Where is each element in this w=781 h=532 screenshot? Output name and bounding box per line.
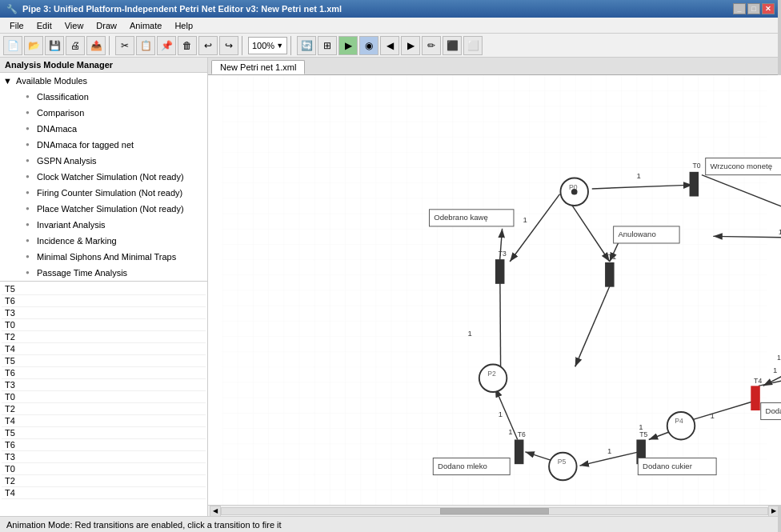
horizontal-scrollbar[interactable]: ◀ ▶	[208, 505, 781, 516]
refresh-button[interactable]: 🔄	[297, 36, 316, 55]
print-button[interactable]: 🖨	[66, 36, 85, 55]
log-item-4: T2	[2, 331, 206, 343]
minimize-button[interactable]: _	[733, 3, 746, 14]
svg-text:Dodano cukier: Dodano cukier	[643, 462, 693, 470]
log-section: T5T6T3T0T2T4T5T6T3T0T2T4T5T6T3T0T2T4	[0, 282, 207, 516]
titlebar: 🔧 Pipe 3: Unified Platform-Independent P…	[0, 0, 781, 18]
svg-text:Odebrano kawę: Odebrano kawę	[434, 213, 488, 222]
svg-rect-57	[495, 259, 505, 284]
tree-item-5[interactable]: ●GSPN Analysis	[0, 153, 207, 169]
draw-arc-button[interactable]: ✏	[422, 36, 441, 55]
zoom-dropdown-icon[interactable]: ▼	[276, 42, 283, 50]
close-button[interactable]: ✕	[762, 3, 775, 14]
export-button[interactable]: 📤	[86, 36, 106, 55]
menu-item-file[interactable]: File	[3, 19, 30, 32]
zoom-control[interactable]: 100% ▼	[248, 37, 287, 54]
tree-item-1[interactable]: ●Classification	[0, 89, 207, 105]
svg-text:T4: T4	[754, 377, 762, 385]
tree-label: Available Modules	[16, 74, 87, 87]
svg-text:T3: T3	[499, 250, 507, 258]
tree-bullet: ●	[26, 266, 37, 278]
menu-item-animate[interactable]: Animate	[123, 19, 168, 32]
tree-item-9[interactable]: ●Invariant Analysis	[0, 217, 207, 233]
copy-button[interactable]: 📋	[136, 36, 155, 55]
log-item-7: T6	[2, 367, 206, 379]
new-button[interactable]: 📄	[3, 36, 22, 55]
log-item-0: T5	[2, 283, 206, 295]
svg-text:1: 1	[636, 171, 640, 180]
svg-rect-53	[605, 262, 615, 287]
svg-text:T1: T1	[608, 253, 616, 261]
svg-point-41	[479, 365, 507, 393]
svg-rect-59	[751, 386, 760, 410]
tab-petri-net[interactable]: New Petri net 1.xml	[211, 60, 305, 74]
erase-button[interactable]: ⬜	[463, 36, 483, 55]
app-icon: 🔧	[6, 4, 18, 14]
cut-button[interactable]: ✂	[115, 36, 134, 55]
statusbar: Animation Mode: Red transitions are enab…	[0, 516, 781, 532]
tree-bullet: ●	[26, 218, 37, 231]
select-button[interactable]: ◉	[359, 36, 378, 55]
svg-text:P0: P0	[569, 183, 578, 191]
svg-text:Wrzucono monetę: Wrzucono monetę	[710, 162, 772, 170]
tree-indent	[13, 250, 26, 263]
tree-item-8[interactable]: ●Place Watcher Simulation (Not ready)	[0, 201, 207, 217]
log-item-10: T2	[2, 403, 206, 415]
menu-item-help[interactable]: Help	[168, 19, 199, 32]
tree-indent	[13, 122, 26, 135]
scroll-thumb[interactable]	[440, 508, 549, 514]
menu-item-edit[interactable]: Edit	[30, 19, 58, 32]
maximize-button[interactable]: □	[747, 3, 760, 14]
svg-text:T0: T0	[692, 162, 700, 170]
tree-item-4[interactable]: ●DNAmaca for tagged net	[0, 137, 207, 153]
mark-button[interactable]: ⬛	[443, 36, 462, 55]
arrow-left-button[interactable]: ◀	[380, 36, 399, 55]
menu-item-view[interactable]: View	[58, 19, 90, 32]
scroll-track[interactable]	[221, 507, 768, 515]
log-item-2: T3	[2, 307, 206, 319]
tree-bullet: ●	[26, 170, 37, 183]
tree-scroll[interactable]: ▼ Available Modules ●Classification ●Com…	[0, 73, 207, 278]
sep1	[109, 36, 112, 55]
tree-label: Minimal Siphons And Minimal Traps	[37, 250, 176, 263]
tree-item-3[interactable]: ●DNAmaca	[0, 121, 207, 137]
tree-header: Analysis Module Manager	[0, 58, 207, 73]
left-panel: Analysis Module Manager ▼ Available Modu…	[0, 58, 208, 516]
svg-text:1: 1	[467, 329, 471, 338]
menubar: FileEditViewDrawAnimateHelp	[0, 18, 781, 34]
save-button[interactable]: 💾	[45, 36, 64, 55]
toolbar: 📄 📂 💾 🖨 📤 ✂ 📋 📌 🗑 ↩ ↪ 100% ▼ 🔄 ⊞ ▶ ◉ ◀ ▶…	[0, 34, 781, 58]
main-layout: Analysis Module Manager ▼ Available Modu…	[0, 58, 781, 516]
tree-item-10[interactable]: ●Incidence & Marking	[0, 233, 207, 249]
svg-text:T6: T6	[518, 430, 526, 438]
open-button[interactable]: 📂	[24, 36, 43, 55]
arrow-right-button[interactable]: ▶	[401, 36, 420, 55]
tree-item-0[interactable]: ▼ Available Modules	[0, 73, 207, 89]
redo-button[interactable]: ↪	[219, 36, 238, 55]
tree-bullet: ●	[26, 106, 37, 119]
sep3	[290, 36, 294, 55]
grid-button[interactable]: ⊞	[318, 36, 337, 55]
undo-button[interactable]: ↩	[198, 36, 218, 55]
tree-item-11[interactable]: ●Minimal Siphons And Minimal Traps	[0, 249, 207, 265]
menu-item-draw[interactable]: Draw	[90, 19, 123, 32]
tree-indent	[13, 202, 26, 215]
scroll-left-button[interactable]: ◀	[210, 506, 221, 517]
tree-item-7[interactable]: ●Firing Counter Simulation (Not ready)	[0, 185, 207, 201]
play-button[interactable]: ▶	[338, 36, 358, 55]
log-item-1: T6	[2, 295, 206, 307]
tree-item-12[interactable]: ●Passage Time Analysis	[0, 265, 207, 278]
svg-rect-63	[515, 439, 524, 464]
tree-item-2[interactable]: ●Comparison	[0, 105, 207, 121]
svg-text:1: 1	[499, 410, 503, 418]
svg-point-49	[549, 453, 577, 481]
tabs-bar: New Petri net 1.xml	[208, 58, 781, 75]
svg-text:1: 1	[710, 411, 714, 420]
log-item-13: T6	[2, 439, 206, 451]
paste-button[interactable]: 📌	[157, 36, 176, 55]
delete-button[interactable]: 🗑	[178, 36, 197, 55]
sep2	[242, 36, 245, 55]
tree-item-6[interactable]: ●Clock Watcher Simulation (Not ready)	[0, 169, 207, 185]
svg-rect-51	[690, 172, 699, 197]
canvas-area[interactable]: 1 1 1 1	[208, 75, 781, 505]
